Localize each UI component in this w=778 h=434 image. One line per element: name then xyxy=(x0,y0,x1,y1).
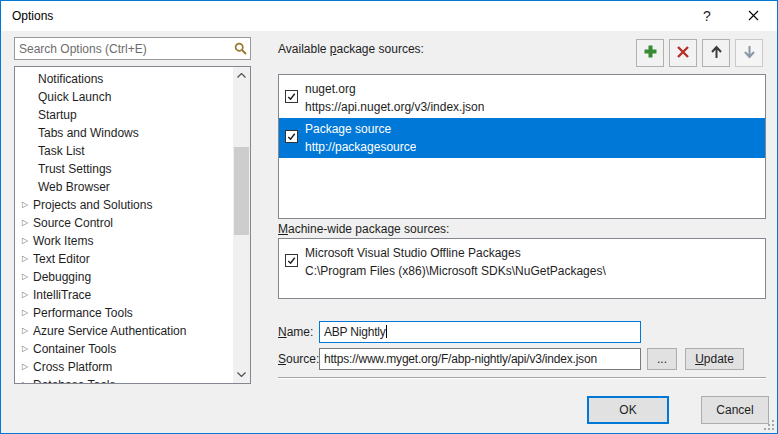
close-button[interactable] xyxy=(737,1,769,31)
help-button[interactable]: ? xyxy=(691,1,723,31)
chevron-right-icon: ▷ xyxy=(22,322,32,340)
name-label: Name: xyxy=(278,325,313,339)
sidebar-item-debugging[interactable]: ▷Debugging xyxy=(15,268,250,286)
cancel-button[interactable]: Cancel xyxy=(701,396,769,424)
sidebar-item-tabs-and-windows[interactable]: Tabs and Windows xyxy=(15,124,250,142)
chevron-right-icon: ▷ xyxy=(22,214,32,232)
sidebar-item-work-items[interactable]: ▷Work Items xyxy=(15,232,250,250)
scroll-up-icon[interactable] xyxy=(233,67,250,84)
update-button[interactable]: Update xyxy=(685,348,744,370)
chevron-right-icon: ▷ xyxy=(22,304,32,322)
scroll-down-icon[interactable] xyxy=(233,366,250,383)
chevron-right-icon: ▷ xyxy=(22,376,32,384)
source-label: Source: xyxy=(278,352,319,366)
add-source-button[interactable] xyxy=(636,39,664,67)
available-sources-label: Available package sources: xyxy=(278,42,424,56)
help-icon: ? xyxy=(703,8,711,24)
search-box xyxy=(14,37,251,60)
sidebar-item-startup[interactable]: Startup xyxy=(15,106,250,124)
sidebar-item-azure-service-authentication[interactable]: ▷Azure Service Authentication xyxy=(15,322,250,340)
sidebar-item-text-editor[interactable]: ▷Text Editor xyxy=(15,250,250,268)
chevron-right-icon: ▷ xyxy=(22,358,32,376)
search-input[interactable] xyxy=(15,39,230,58)
source-url: https://api.nuget.org/v3/index.json xyxy=(305,100,484,114)
close-icon xyxy=(748,9,759,24)
source-name: nuget.org xyxy=(305,82,356,96)
scrollbar-thumb[interactable] xyxy=(234,147,249,235)
arrow-up-icon xyxy=(710,45,723,62)
chevron-right-icon: ▷ xyxy=(22,250,32,268)
sidebar-item-web-browser[interactable]: Web Browser xyxy=(15,178,250,196)
machine-wide-sources-list: Microsoft Visual Studio Offline Packages… xyxy=(278,238,766,299)
sidebar-item-trust-settings[interactable]: Trust Settings xyxy=(15,160,250,178)
move-up-button[interactable] xyxy=(702,39,730,67)
source-url: http://packagesource xyxy=(305,140,416,154)
options-tree: Notifications Quick Launch Startup Tabs … xyxy=(14,66,251,384)
sidebar-item-intellitrace[interactable]: ▷IntelliTrace xyxy=(15,286,250,304)
dialog-title: Options xyxy=(12,1,53,31)
source-row-offline-packages[interactable]: Microsoft Visual Studio Offline Packages… xyxy=(279,242,765,282)
search-icon xyxy=(230,42,250,55)
sidebar-item-container-tools[interactable]: ▷Container Tools xyxy=(15,340,250,358)
tree-scrollbar[interactable] xyxy=(233,67,250,383)
text-caret xyxy=(386,325,387,338)
resize-grip-icon[interactable] xyxy=(762,418,774,430)
ok-button[interactable]: OK xyxy=(587,396,669,424)
plus-icon xyxy=(643,44,658,62)
source-row-package-source[interactable]: Package sourcehttp://packagesource xyxy=(279,118,765,158)
source-field[interactable]: https://www.myget.org/F/abp-nightly/api/… xyxy=(319,348,641,370)
sidebar-item-quick-launch[interactable]: Quick Launch xyxy=(15,88,250,106)
chevron-right-icon: ▷ xyxy=(22,196,32,214)
sidebar-item-projects-and-solutions[interactable]: ▷Projects and Solutions xyxy=(15,196,250,214)
sidebar-item-task-list[interactable]: Task List xyxy=(15,142,250,160)
browse-button[interactable]: ... xyxy=(647,348,677,370)
sidebar-item-database-tools[interactable]: ▷Database Tools xyxy=(15,376,250,384)
remove-source-button[interactable] xyxy=(669,39,697,67)
footer-divider xyxy=(278,377,766,379)
available-sources-list: nuget.orghttps://api.nuget.org/v3/index.… xyxy=(278,74,766,219)
source-row-nuget-org[interactable]: nuget.orghttps://api.nuget.org/v3/index.… xyxy=(279,78,765,118)
source-name: Microsoft Visual Studio Offline Packages xyxy=(305,246,521,260)
arrow-down-icon xyxy=(743,45,756,62)
chevron-right-icon: ▷ xyxy=(22,268,32,286)
source-name: Package source xyxy=(305,122,391,136)
chevron-right-icon: ▷ xyxy=(22,286,32,304)
machine-wide-sources-label: Machine-wide package sources: xyxy=(278,222,449,236)
sidebar-item-cross-platform[interactable]: ▷Cross Platform xyxy=(15,358,250,376)
sidebar-item-source-control[interactable]: ▷Source Control xyxy=(15,214,250,232)
checkbox-checked-icon[interactable] xyxy=(285,254,298,267)
options-dialog: Options ? Notifications Quick Launch Sta… xyxy=(0,0,778,434)
x-icon xyxy=(676,45,690,62)
chevron-right-icon: ▷ xyxy=(22,340,32,358)
sidebar-item-performance-tools[interactable]: ▷Performance Tools xyxy=(15,304,250,322)
sidebar-item-notifications[interactable]: Notifications xyxy=(15,70,250,88)
name-field[interactable]: ABP Nightly xyxy=(319,321,641,343)
title-bar: Options ? xyxy=(1,1,777,31)
chevron-right-icon: ▷ xyxy=(22,232,32,250)
move-down-button[interactable] xyxy=(735,39,763,67)
source-url: C:\Program Files (x86)\Microsoft SDKs\Nu… xyxy=(305,264,606,278)
checkbox-checked-icon[interactable] xyxy=(285,90,298,103)
checkbox-checked-icon[interactable] xyxy=(285,130,298,143)
